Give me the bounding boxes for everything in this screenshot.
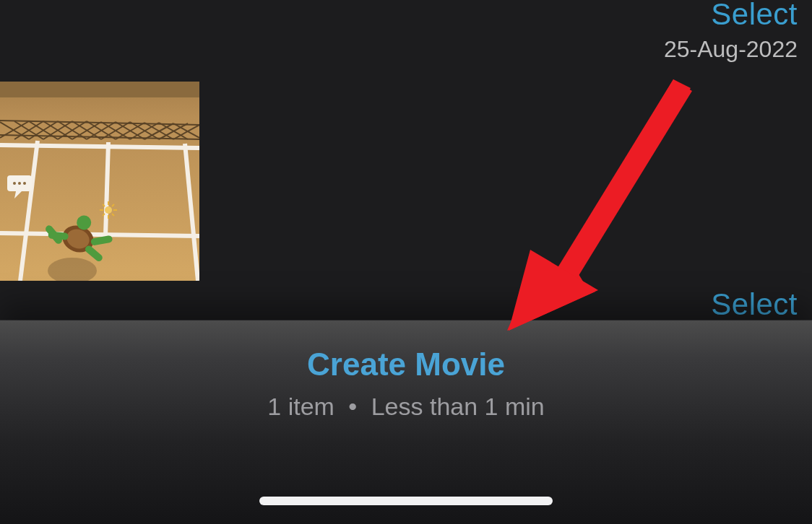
svg-marker-59 (507, 258, 589, 331)
svg-marker-60 (546, 79, 691, 299)
svg-marker-62 (545, 79, 692, 300)
media-picker-screen: Select 25-Aug-2022 (0, 0, 812, 524)
annotation-arrow-icon (493, 74, 709, 341)
svg-line-31 (0, 233, 199, 236)
svg-point-39 (23, 182, 26, 185)
select-button[interactable]: Select (664, 0, 798, 32)
svg-line-33 (105, 142, 108, 236)
item-count-text: 1 item (267, 393, 334, 420)
separator-dot: • (341, 393, 364, 420)
svg-point-37 (13, 182, 16, 185)
svg-rect-1 (0, 82, 199, 97)
media-thumbnail[interactable] (0, 82, 199, 281)
svg-marker-57 (552, 82, 688, 294)
create-movie-button[interactable]: Create Movie (307, 346, 505, 383)
svg-line-30 (0, 145, 199, 148)
section-header: Select 25-Aug-2022 (664, 0, 798, 63)
select-button-secondary[interactable]: Select (711, 287, 798, 322)
svg-point-40 (105, 206, 112, 214)
duration-text: Less than 1 min (371, 393, 545, 420)
home-indicator[interactable] (259, 497, 553, 505)
bottom-action-panel: Create Movie 1 item • Less than 1 min (0, 320, 812, 524)
media-grid (0, 82, 199, 281)
svg-point-38 (18, 182, 21, 185)
section-date-label: 25-Aug-2022 (664, 36, 798, 63)
svg-marker-61 (509, 254, 595, 331)
selection-summary-label: 1 item • Less than 1 min (267, 393, 544, 421)
svg-marker-63 (509, 250, 598, 331)
